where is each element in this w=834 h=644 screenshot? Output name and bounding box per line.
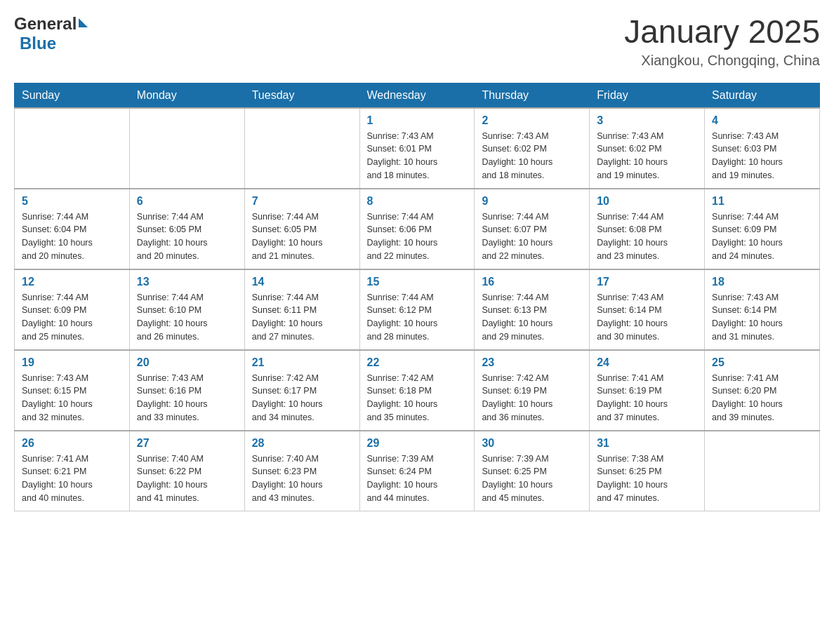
day-info: Sunrise: 7:41 AM Sunset: 6:20 PM Dayligh… (712, 372, 812, 424)
day-info: Sunrise: 7:44 AM Sunset: 6:09 PM Dayligh… (712, 210, 812, 263)
day-number: 1 (367, 114, 468, 127)
calendar-cell: 13Sunrise: 7:44 AM Sunset: 6:10 PM Dayli… (129, 269, 244, 350)
calendar-cell: 15Sunrise: 7:44 AM Sunset: 6:12 PM Dayli… (359, 269, 475, 350)
calendar-cell: 18Sunrise: 7:43 AM Sunset: 6:14 PM Dayli… (705, 269, 820, 350)
day-number: 22 (367, 356, 468, 369)
day-info: Sunrise: 7:44 AM Sunset: 6:09 PM Dayligh… (22, 291, 122, 344)
weekday-header-thursday: Thursday (475, 83, 590, 108)
calendar-table: SundayMondayTuesdayWednesdayThursdayFrid… (14, 83, 820, 511)
week-row-0: 1Sunrise: 7:43 AM Sunset: 6:01 PM Daylig… (15, 108, 820, 189)
day-info: Sunrise: 7:43 AM Sunset: 6:02 PM Dayligh… (597, 130, 697, 182)
day-info: Sunrise: 7:44 AM Sunset: 6:05 PM Dayligh… (252, 210, 352, 263)
day-info: Sunrise: 7:41 AM Sunset: 6:19 PM Dayligh… (597, 372, 697, 424)
day-info: Sunrise: 7:42 AM Sunset: 6:18 PM Dayligh… (367, 372, 468, 424)
day-number: 14 (252, 276, 352, 288)
day-number: 24 (597, 356, 697, 369)
logo-general-text: General (14, 14, 77, 34)
day-number: 6 (137, 195, 237, 208)
weekday-header-saturday: Saturday (705, 83, 820, 108)
calendar-cell: 24Sunrise: 7:41 AM Sunset: 6:19 PM Dayli… (590, 350, 705, 431)
day-info: Sunrise: 7:39 AM Sunset: 6:24 PM Dayligh… (367, 452, 468, 505)
weekday-header-row: SundayMondayTuesdayWednesdayThursdayFrid… (15, 83, 820, 108)
calendar-cell (15, 108, 130, 189)
day-number: 16 (482, 276, 582, 288)
calendar-cell: 9Sunrise: 7:44 AM Sunset: 6:07 PM Daylig… (475, 189, 590, 269)
day-number: 9 (482, 195, 582, 208)
weekday-header-wednesday: Wednesday (359, 83, 475, 108)
day-number: 18 (712, 276, 812, 288)
week-row-4: 26Sunrise: 7:41 AM Sunset: 6:21 PM Dayli… (15, 431, 820, 511)
day-number: 19 (22, 356, 122, 369)
calendar-cell: 29Sunrise: 7:39 AM Sunset: 6:24 PM Dayli… (359, 431, 475, 511)
calendar-cell: 21Sunrise: 7:42 AM Sunset: 6:17 PM Dayli… (244, 350, 359, 431)
day-info: Sunrise: 7:44 AM Sunset: 6:08 PM Dayligh… (597, 210, 697, 263)
day-info: Sunrise: 7:44 AM Sunset: 6:10 PM Dayligh… (137, 291, 237, 344)
day-info: Sunrise: 7:44 AM Sunset: 6:11 PM Dayligh… (252, 291, 352, 344)
calendar-cell: 30Sunrise: 7:39 AM Sunset: 6:25 PM Dayli… (475, 431, 590, 511)
calendar-cell (244, 108, 359, 189)
week-row-3: 19Sunrise: 7:43 AM Sunset: 6:15 PM Dayli… (15, 350, 820, 431)
day-info: Sunrise: 7:44 AM Sunset: 6:07 PM Dayligh… (482, 210, 582, 263)
day-info: Sunrise: 7:40 AM Sunset: 6:23 PM Dayligh… (252, 452, 352, 505)
day-info: Sunrise: 7:44 AM Sunset: 6:06 PM Dayligh… (367, 210, 468, 263)
day-number: 28 (252, 437, 352, 450)
logo-blue-text: Blue (20, 34, 56, 53)
day-number: 27 (137, 437, 237, 450)
month-title: January 2025 (624, 14, 820, 50)
day-info: Sunrise: 7:42 AM Sunset: 6:17 PM Dayligh… (252, 372, 352, 424)
weekday-header-monday: Monday (129, 83, 244, 108)
day-info: Sunrise: 7:42 AM Sunset: 6:19 PM Dayligh… (482, 372, 582, 424)
day-info: Sunrise: 7:43 AM Sunset: 6:14 PM Dayligh… (712, 291, 812, 344)
day-number: 8 (367, 195, 468, 208)
logo: General Blue (14, 14, 88, 53)
weekday-header-friday: Friday (590, 83, 705, 108)
day-info: Sunrise: 7:43 AM Sunset: 6:16 PM Dayligh… (137, 372, 237, 424)
day-info: Sunrise: 7:43 AM Sunset: 6:15 PM Dayligh… (22, 372, 122, 424)
calendar-cell: 23Sunrise: 7:42 AM Sunset: 6:19 PM Dayli… (475, 350, 590, 431)
week-row-1: 5Sunrise: 7:44 AM Sunset: 6:04 PM Daylig… (15, 189, 820, 269)
day-number: 23 (482, 356, 582, 369)
calendar-cell: 28Sunrise: 7:40 AM Sunset: 6:23 PM Dayli… (244, 431, 359, 511)
calendar-cell: 5Sunrise: 7:44 AM Sunset: 6:04 PM Daylig… (15, 189, 130, 269)
day-number: 30 (482, 437, 582, 450)
day-info: Sunrise: 7:44 AM Sunset: 6:13 PM Dayligh… (482, 291, 582, 344)
day-number: 26 (22, 437, 122, 450)
title-block: January 2025 Xiangkou, Chongqing, China (624, 14, 820, 69)
day-info: Sunrise: 7:40 AM Sunset: 6:22 PM Dayligh… (137, 452, 237, 505)
day-info: Sunrise: 7:44 AM Sunset: 6:04 PM Dayligh… (22, 210, 122, 263)
calendar-cell: 2Sunrise: 7:43 AM Sunset: 6:02 PM Daylig… (475, 108, 590, 189)
day-number: 4 (712, 114, 812, 127)
week-row-2: 12Sunrise: 7:44 AM Sunset: 6:09 PM Dayli… (15, 269, 820, 350)
calendar-cell: 20Sunrise: 7:43 AM Sunset: 6:16 PM Dayli… (129, 350, 244, 431)
day-number: 11 (712, 195, 812, 208)
day-info: Sunrise: 7:44 AM Sunset: 6:05 PM Dayligh… (137, 210, 237, 263)
calendar-cell (705, 431, 820, 511)
day-number: 25 (712, 356, 812, 369)
day-number: 10 (597, 195, 697, 208)
calendar-cell: 22Sunrise: 7:42 AM Sunset: 6:18 PM Dayli… (359, 350, 475, 431)
calendar-cell: 12Sunrise: 7:44 AM Sunset: 6:09 PM Dayli… (15, 269, 130, 350)
day-number: 21 (252, 356, 352, 369)
location-title: Xiangkou, Chongqing, China (624, 53, 820, 69)
day-info: Sunrise: 7:43 AM Sunset: 6:14 PM Dayligh… (597, 291, 697, 344)
day-info: Sunrise: 7:39 AM Sunset: 6:25 PM Dayligh… (482, 452, 582, 505)
day-number: 7 (252, 195, 352, 208)
day-info: Sunrise: 7:44 AM Sunset: 6:12 PM Dayligh… (367, 291, 468, 344)
day-number: 5 (22, 195, 122, 208)
calendar-cell: 14Sunrise: 7:44 AM Sunset: 6:11 PM Dayli… (244, 269, 359, 350)
day-number: 12 (22, 276, 122, 288)
calendar-cell: 4Sunrise: 7:43 AM Sunset: 6:03 PM Daylig… (705, 108, 820, 189)
page-header: General Blue January 2025 Xiangkou, Chon… (14, 14, 820, 69)
calendar-cell: 19Sunrise: 7:43 AM Sunset: 6:15 PM Dayli… (15, 350, 130, 431)
day-number: 17 (597, 276, 697, 288)
day-number: 15 (367, 276, 468, 288)
calendar-cell: 10Sunrise: 7:44 AM Sunset: 6:08 PM Dayli… (590, 189, 705, 269)
weekday-header-sunday: Sunday (15, 83, 130, 108)
calendar-cell: 17Sunrise: 7:43 AM Sunset: 6:14 PM Dayli… (590, 269, 705, 350)
calendar-cell (129, 108, 244, 189)
calendar-cell: 7Sunrise: 7:44 AM Sunset: 6:05 PM Daylig… (244, 189, 359, 269)
weekday-header-tuesday: Tuesday (244, 83, 359, 108)
day-info: Sunrise: 7:43 AM Sunset: 6:02 PM Dayligh… (482, 130, 582, 182)
calendar-cell: 31Sunrise: 7:38 AM Sunset: 6:25 PM Dayli… (590, 431, 705, 511)
calendar-cell: 11Sunrise: 7:44 AM Sunset: 6:09 PM Dayli… (705, 189, 820, 269)
